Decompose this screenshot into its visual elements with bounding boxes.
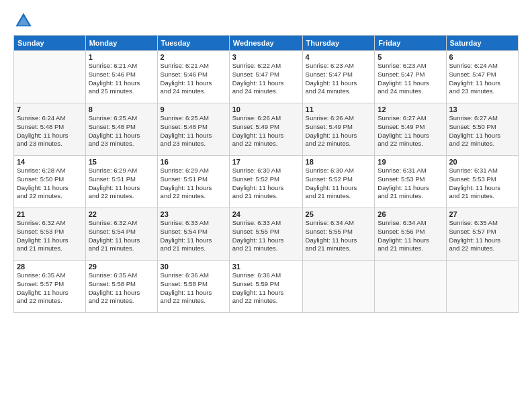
- day-number: 8: [89, 105, 154, 113]
- calendar-cell: 17Sunrise: 6:30 AM Sunset: 5:52 PM Dayli…: [229, 156, 302, 208]
- day-number: 5: [378, 53, 443, 61]
- weekday-header-row: SundayMondayTuesdayWednesdayThursdayFrid…: [14, 36, 519, 51]
- day-number: 12: [378, 105, 443, 113]
- day-number: 29: [89, 263, 154, 271]
- day-number: 4: [306, 53, 372, 61]
- week-row-2: 7Sunrise: 6:24 AM Sunset: 5:48 PM Daylig…: [14, 103, 519, 156]
- day-number: 16: [161, 158, 226, 166]
- day-info: Sunrise: 6:24 AM Sunset: 5:47 PM Dayligh…: [449, 62, 516, 96]
- day-info: Sunrise: 6:35 AM Sunset: 5:57 PM Dayligh…: [449, 219, 516, 253]
- page-header: [13, 11, 519, 31]
- day-info: Sunrise: 6:34 AM Sunset: 5:56 PM Dayligh…: [378, 219, 443, 253]
- day-info: Sunrise: 6:30 AM Sunset: 5:52 PM Dayligh…: [232, 167, 300, 201]
- calendar-cell: 20Sunrise: 6:31 AM Sunset: 5:53 PM Dayli…: [446, 156, 519, 208]
- day-number: 10: [232, 105, 300, 113]
- week-row-5: 28Sunrise: 6:35 AM Sunset: 5:57 PM Dayli…: [14, 261, 519, 313]
- calendar-cell: 1Sunrise: 6:21 AM Sunset: 5:46 PM Daylig…: [85, 51, 157, 103]
- calendar-cell: 13Sunrise: 6:27 AM Sunset: 5:50 PM Dayli…: [446, 103, 519, 156]
- calendar-page: SundayMondayTuesdayWednesdayThursdayFrid…: [0, 0, 532, 411]
- calendar-cell: 24Sunrise: 6:33 AM Sunset: 5:55 PM Dayli…: [229, 208, 302, 261]
- calendar-cell: 23Sunrise: 6:33 AM Sunset: 5:54 PM Dayli…: [157, 208, 229, 261]
- day-info: Sunrise: 6:33 AM Sunset: 5:55 PM Dayligh…: [232, 219, 300, 253]
- day-number: 22: [89, 210, 154, 218]
- weekday-header-saturday: Saturday: [446, 36, 519, 51]
- day-info: Sunrise: 6:22 AM Sunset: 5:47 PM Dayligh…: [232, 62, 300, 96]
- day-number: 7: [17, 105, 83, 113]
- day-info: Sunrise: 6:36 AM Sunset: 5:59 PM Dayligh…: [232, 271, 300, 306]
- day-number: 25: [306, 210, 372, 218]
- calendar-cell: 9Sunrise: 6:25 AM Sunset: 5:48 PM Daylig…: [157, 103, 229, 156]
- calendar-cell: 25Sunrise: 6:34 AM Sunset: 5:55 PM Dayli…: [302, 208, 375, 261]
- calendar-cell: 7Sunrise: 6:24 AM Sunset: 5:48 PM Daylig…: [14, 103, 86, 156]
- day-info: Sunrise: 6:32 AM Sunset: 5:53 PM Dayligh…: [17, 219, 83, 253]
- day-number: 2: [161, 53, 226, 61]
- calendar-cell: 6Sunrise: 6:24 AM Sunset: 5:47 PM Daylig…: [446, 51, 519, 103]
- calendar-cell: [446, 261, 519, 313]
- day-number: 17: [232, 158, 300, 166]
- day-info: Sunrise: 6:36 AM Sunset: 5:58 PM Dayligh…: [161, 271, 226, 306]
- calendar-cell: 5Sunrise: 6:23 AM Sunset: 5:47 PM Daylig…: [375, 51, 446, 103]
- day-number: 27: [449, 210, 516, 218]
- day-number: 28: [17, 263, 83, 271]
- day-number: 13: [449, 105, 516, 113]
- day-number: 19: [378, 158, 443, 166]
- day-number: 9: [161, 105, 226, 113]
- calendar-cell: 11Sunrise: 6:26 AM Sunset: 5:49 PM Dayli…: [302, 103, 375, 156]
- calendar-cell: 27Sunrise: 6:35 AM Sunset: 5:57 PM Dayli…: [446, 208, 519, 261]
- logo: [13, 11, 36, 31]
- calendar-cell: 8Sunrise: 6:25 AM Sunset: 5:48 PM Daylig…: [85, 103, 157, 156]
- day-info: Sunrise: 6:25 AM Sunset: 5:48 PM Dayligh…: [161, 114, 226, 148]
- day-info: Sunrise: 6:29 AM Sunset: 5:51 PM Dayligh…: [161, 167, 226, 201]
- calendar-cell: 4Sunrise: 6:23 AM Sunset: 5:47 PM Daylig…: [302, 51, 375, 103]
- calendar-cell: 19Sunrise: 6:31 AM Sunset: 5:53 PM Dayli…: [375, 156, 446, 208]
- day-number: 11: [306, 105, 372, 113]
- day-number: 3: [232, 53, 300, 61]
- day-info: Sunrise: 6:34 AM Sunset: 5:55 PM Dayligh…: [306, 219, 372, 253]
- weekday-header-thursday: Thursday: [302, 36, 375, 51]
- day-number: 26: [378, 210, 443, 218]
- calendar-cell: 28Sunrise: 6:35 AM Sunset: 5:57 PM Dayli…: [14, 261, 86, 313]
- calendar-cell: 26Sunrise: 6:34 AM Sunset: 5:56 PM Dayli…: [375, 208, 446, 261]
- calendar-cell: 16Sunrise: 6:29 AM Sunset: 5:51 PM Dayli…: [157, 156, 229, 208]
- logo-icon: [13, 11, 34, 31]
- day-info: Sunrise: 6:26 AM Sunset: 5:49 PM Dayligh…: [232, 114, 300, 148]
- week-row-3: 14Sunrise: 6:28 AM Sunset: 5:50 PM Dayli…: [14, 156, 519, 208]
- calendar-cell: [14, 51, 86, 103]
- calendar-cell: 18Sunrise: 6:30 AM Sunset: 5:52 PM Dayli…: [302, 156, 375, 208]
- day-info: Sunrise: 6:24 AM Sunset: 5:48 PM Dayligh…: [17, 114, 83, 148]
- calendar-cell: [302, 261, 375, 313]
- day-info: Sunrise: 6:25 AM Sunset: 5:48 PM Dayligh…: [89, 114, 154, 148]
- day-info: Sunrise: 6:35 AM Sunset: 5:58 PM Dayligh…: [89, 271, 154, 306]
- day-info: Sunrise: 6:21 AM Sunset: 5:46 PM Dayligh…: [89, 62, 154, 96]
- calendar-cell: 2Sunrise: 6:21 AM Sunset: 5:46 PM Daylig…: [157, 51, 229, 103]
- day-number: 15: [89, 158, 154, 166]
- calendar-cell: 10Sunrise: 6:26 AM Sunset: 5:49 PM Dayli…: [229, 103, 302, 156]
- day-number: 14: [17, 158, 83, 166]
- day-number: 1: [89, 53, 154, 61]
- day-info: Sunrise: 6:27 AM Sunset: 5:49 PM Dayligh…: [378, 114, 443, 148]
- day-number: 18: [306, 158, 372, 166]
- calendar-cell: 12Sunrise: 6:27 AM Sunset: 5:49 PM Dayli…: [375, 103, 446, 156]
- week-row-4: 21Sunrise: 6:32 AM Sunset: 5:53 PM Dayli…: [14, 208, 519, 261]
- calendar-cell: 3Sunrise: 6:22 AM Sunset: 5:47 PM Daylig…: [229, 51, 302, 103]
- weekday-header-monday: Monday: [85, 36, 157, 51]
- calendar-cell: 21Sunrise: 6:32 AM Sunset: 5:53 PM Dayli…: [14, 208, 86, 261]
- day-info: Sunrise: 6:35 AM Sunset: 5:57 PM Dayligh…: [17, 271, 83, 306]
- day-info: Sunrise: 6:21 AM Sunset: 5:46 PM Dayligh…: [161, 62, 226, 96]
- calendar-cell: 31Sunrise: 6:36 AM Sunset: 5:59 PM Dayli…: [229, 261, 302, 313]
- day-number: 6: [449, 53, 516, 61]
- weekday-header-sunday: Sunday: [14, 36, 86, 51]
- day-number: 24: [232, 210, 300, 218]
- day-info: Sunrise: 6:26 AM Sunset: 5:49 PM Dayligh…: [306, 114, 372, 148]
- day-info: Sunrise: 6:31 AM Sunset: 5:53 PM Dayligh…: [378, 167, 443, 201]
- calendar-cell: 22Sunrise: 6:32 AM Sunset: 5:54 PM Dayli…: [85, 208, 157, 261]
- day-info: Sunrise: 6:23 AM Sunset: 5:47 PM Dayligh…: [306, 62, 372, 96]
- day-info: Sunrise: 6:30 AM Sunset: 5:52 PM Dayligh…: [306, 167, 372, 201]
- weekday-header-friday: Friday: [375, 36, 446, 51]
- day-number: 30: [161, 263, 226, 271]
- weekday-header-wednesday: Wednesday: [229, 36, 302, 51]
- weekday-header-tuesday: Tuesday: [157, 36, 229, 51]
- calendar-cell: 15Sunrise: 6:29 AM Sunset: 5:51 PM Dayli…: [85, 156, 157, 208]
- calendar-cell: 30Sunrise: 6:36 AM Sunset: 5:58 PM Dayli…: [157, 261, 229, 313]
- day-info: Sunrise: 6:29 AM Sunset: 5:51 PM Dayligh…: [89, 167, 154, 201]
